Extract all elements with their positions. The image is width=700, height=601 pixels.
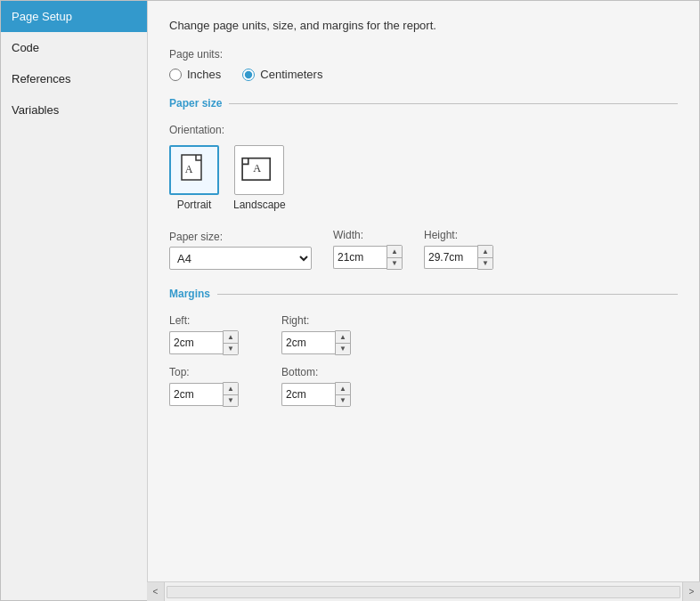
paper-size-title: Paper size (169, 97, 229, 110)
orientation-options: A Portrait A Landscape (169, 145, 678, 211)
portrait-box[interactable]: A (169, 145, 219, 195)
height-field: Height: ▲ ▼ (424, 229, 493, 270)
height-input[interactable] (424, 246, 477, 269)
landscape-box[interactable]: A (234, 145, 284, 195)
height-spinner-buttons: ▲ ▼ (477, 245, 493, 270)
margins-row: Left: ▲ ▼ Top: (169, 314, 678, 407)
bottom-up-button[interactable]: ▲ (336, 383, 350, 394)
sidebar-item-references[interactable]: References (1, 63, 147, 94)
scroll-right-button[interactable]: > (682, 582, 700, 602)
left-label: Left: (169, 314, 239, 327)
left-margin-field: Left: ▲ ▼ (169, 314, 239, 355)
right-label: Right: (281, 314, 351, 327)
landscape-icon: A (241, 154, 277, 186)
left-spinner: ▲ ▼ (169, 330, 239, 355)
orientation-portrait[interactable]: A Portrait (169, 145, 219, 211)
margins-divider (217, 294, 678, 295)
page-units-label: Page units: (169, 48, 678, 61)
bottom-label: Bottom: (281, 366, 351, 378)
width-up-button[interactable]: ▲ (387, 246, 402, 257)
paper-size-section: Paper size (169, 97, 678, 110)
bottom-spinner: ▲ ▼ (281, 382, 351, 407)
right-spinner-buttons: ▲ ▼ (335, 330, 351, 355)
portrait-icon: A (180, 154, 208, 186)
width-spinner: ▲ ▼ (333, 245, 403, 270)
sidebar-item-page-setup[interactable]: Page Setup (1, 1, 147, 32)
radio-centimeters[interactable]: Centimeters (242, 68, 322, 81)
top-input[interactable] (169, 383, 223, 406)
paper-size-field: Paper size: A4 Letter Legal A3 A5 (169, 231, 312, 270)
app-container: Page Setup Code References Variables Cha… (0, 0, 700, 601)
radio-group-units: Inches Centimeters (169, 68, 678, 81)
bottom-input[interactable] (281, 383, 335, 406)
margins-title: Margins (169, 288, 217, 300)
paper-size-row: Paper size: A4 Letter Legal A3 A5 Width: (169, 229, 678, 270)
width-label: Width: (333, 229, 403, 241)
svg-text:A: A (254, 162, 262, 175)
bottom-spinner-buttons: ▲ ▼ (335, 382, 351, 407)
left-spinner-buttons: ▲ ▼ (223, 330, 239, 355)
landscape-label: Landscape (233, 199, 286, 211)
right-down-button[interactable]: ▼ (336, 343, 350, 354)
bottom-scrollbar: < > (147, 581, 700, 601)
radio-centimeters-input[interactable] (242, 69, 255, 81)
orientation-label: Orientation: (169, 124, 678, 136)
radio-inches-input[interactable] (169, 69, 182, 81)
top-down-button[interactable]: ▼ (224, 394, 238, 406)
left-input[interactable] (169, 331, 223, 354)
right-up-button[interactable]: ▲ (336, 331, 350, 343)
sidebar-item-variables[interactable]: Variables (1, 94, 147, 126)
sidebar-item-code[interactable]: Code (1, 32, 147, 63)
app-outer: Page Setup Code References Variables Cha… (0, 0, 700, 601)
margins-right-col: Right: ▲ ▼ Bottom: (281, 314, 351, 407)
left-up-button[interactable]: ▲ (224, 331, 238, 343)
top-label: Top: (169, 366, 239, 378)
page-description: Change page units, size, and margins for… (169, 19, 678, 32)
right-margin-field: Right: ▲ ▼ (281, 314, 351, 355)
bottom-margin-field: Bottom: ▲ ▼ (281, 366, 351, 407)
right-spinner: ▲ ▼ (281, 330, 351, 355)
left-down-button[interactable]: ▼ (224, 343, 238, 354)
paper-size-divider (229, 103, 678, 104)
svg-text:A: A (185, 163, 193, 175)
top-margin-field: Top: ▲ ▼ (169, 366, 239, 407)
width-down-button[interactable]: ▼ (387, 257, 402, 269)
width-spinner-buttons: ▲ ▼ (387, 245, 403, 270)
scroll-left-button[interactable]: < (147, 582, 165, 602)
radio-inches[interactable]: Inches (169, 68, 221, 81)
top-up-button[interactable]: ▲ (224, 383, 238, 394)
sidebar: Page Setup Code References Variables (1, 1, 148, 600)
height-spinner: ▲ ▼ (424, 245, 493, 270)
right-input[interactable] (281, 331, 335, 354)
height-down-button[interactable]: ▼ (478, 257, 492, 269)
paper-size-select[interactable]: A4 Letter Legal A3 A5 (169, 247, 312, 270)
margins-section: Margins (169, 288, 678, 300)
top-spinner-buttons: ▲ ▼ (223, 382, 239, 407)
paper-size-label: Paper size: (169, 231, 312, 243)
width-input[interactable] (333, 246, 387, 269)
width-field: Width: ▲ ▼ (333, 229, 403, 270)
bottom-down-button[interactable]: ▼ (336, 394, 350, 406)
orientation-landscape[interactable]: A Landscape (233, 145, 286, 211)
margins-left-col: Left: ▲ ▼ Top: (169, 314, 239, 407)
main-content: Change page units, size, and margins for… (148, 1, 699, 600)
scrollbar-track[interactable] (167, 586, 680, 598)
height-label: Height: (424, 229, 493, 241)
top-spinner: ▲ ▼ (169, 382, 239, 407)
portrait-label: Portrait (177, 199, 212, 211)
height-up-button[interactable]: ▲ (478, 246, 492, 257)
